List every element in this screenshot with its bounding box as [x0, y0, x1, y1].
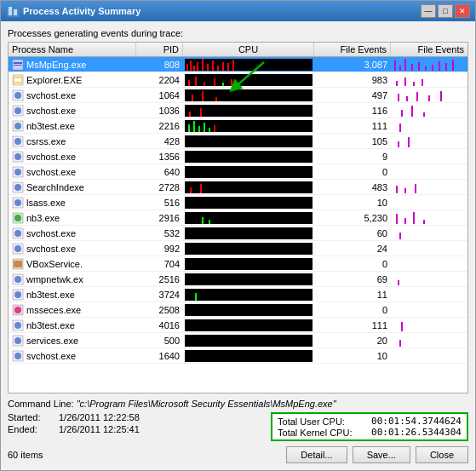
- file-events-cell: 983: [314, 72, 391, 88]
- detail-button[interactable]: Detail...: [286, 446, 347, 463]
- file-events-graph-cell: [391, 302, 467, 318]
- ended-value: 1/26/2011 12:25:41: [59, 424, 161, 434]
- save-button[interactable]: Save...: [353, 446, 410, 463]
- pid-cell: 3724: [136, 287, 183, 302]
- file-events-cell: 111: [314, 118, 391, 134]
- col-cpu[interactable]: CPU: [183, 43, 314, 56]
- table-row[interactable]: nb3.exe 2916 5,230: [9, 210, 467, 226]
- svg-point-38: [14, 291, 21, 298]
- file-events-graph-cell: [391, 210, 467, 226]
- file-events-cell: 5,230: [314, 210, 391, 226]
- file-events-graph-cell: [391, 57, 467, 72]
- process-name-cell: MsMpEng.exe: [9, 57, 136, 72]
- file-events-cell: 116: [314, 103, 391, 118]
- user-cpu-row: Total User CPU: 00:01:54.3744624: [278, 416, 462, 427]
- minimize-button[interactable]: —: [421, 4, 436, 18]
- file-events-graph-cell: [391, 226, 467, 241]
- table-row[interactable]: lsass.exe 516 10: [9, 195, 467, 210]
- process-name-cell: svchost.exe: [9, 226, 136, 241]
- file-events-cell: 11: [314, 287, 391, 302]
- table-row[interactable]: svchost.exe 1640 10: [9, 348, 467, 364]
- pid-cell: 640: [136, 164, 183, 180]
- process-table[interactable]: Process Name PID CPU File Events File Ev…: [8, 42, 468, 393]
- svg-rect-7: [14, 65, 22, 66]
- file-events-cell: 483: [314, 180, 391, 195]
- bottom-section: Command Line: "c:\Program Files\Microsof…: [8, 399, 468, 463]
- user-cpu-label: Total User CPU:: [278, 416, 371, 427]
- file-events-cell: 10: [314, 348, 391, 364]
- table-row[interactable]: svchost.exe 1036 116: [9, 103, 467, 118]
- svg-point-44: [14, 337, 21, 344]
- process-name-cell: Explorer.EXE: [9, 72, 136, 88]
- table-row[interactable]: svchost.exe 532 60: [9, 226, 467, 241]
- file-events-graph-cell: [391, 348, 467, 364]
- file-events-graph-cell: [391, 72, 467, 88]
- table-body[interactable]: MsMpEng.exe 808: [9, 57, 467, 393]
- svg-rect-1: [9, 7, 12, 15]
- main-window: Process Activity Summary — □ ✕ Processes…: [0, 0, 476, 471]
- cpu-graph-cell: [183, 180, 314, 195]
- pid-cell: 1640: [136, 348, 183, 364]
- table-row[interactable]: svchost.exe 1064 497: [9, 88, 467, 103]
- svg-point-26: [14, 199, 21, 206]
- table-row[interactable]: nb3test.exe 3724 11: [9, 287, 467, 302]
- svg-point-22: [14, 169, 21, 175]
- close-window-button[interactable]: ✕: [455, 4, 470, 18]
- svg-rect-6: [14, 62, 22, 64]
- pid-cell: 2916: [136, 210, 183, 226]
- svg-rect-10: [14, 78, 21, 82]
- maximize-button[interactable]: □: [438, 4, 453, 18]
- cpu-graph-cell: [183, 287, 314, 302]
- process-name-cell: nb3test.exe: [9, 318, 136, 333]
- content-area: Processes generating events during trace…: [1, 21, 475, 470]
- cpu-graph-cell: [183, 348, 314, 364]
- pid-cell: 2204: [136, 72, 183, 88]
- svg-point-20: [14, 153, 21, 160]
- file-events-cell: 111: [314, 318, 391, 333]
- file-events-graph-cell: [391, 333, 467, 348]
- col-file-events1[interactable]: File Events: [314, 43, 391, 56]
- col-pid[interactable]: PID: [136, 43, 183, 56]
- table-row[interactable]: svchost.exe 640 0: [9, 164, 467, 180]
- svg-point-18: [14, 138, 21, 145]
- process-name-cell: csrss.exe: [9, 134, 136, 149]
- kernel-cpu-value: 00:01:26.5344304: [371, 427, 462, 438]
- cpu-graph-cell: [183, 226, 314, 241]
- col-process-name[interactable]: Process Name: [9, 43, 136, 56]
- process-name-cell: svchost.exe: [9, 103, 136, 118]
- svg-point-16: [14, 123, 21, 129]
- table-row[interactable]: services.exe 500 20: [9, 333, 467, 348]
- command-line-row: Command Line: "c:\Program Files\Microsof…: [8, 399, 468, 409]
- table-row[interactable]: SearchIndexe 2728 483: [9, 180, 467, 195]
- table-row[interactable]: VBoxService. 704 0: [9, 256, 467, 272]
- table-row[interactable]: wmpnetwk.ex 2516 69: [9, 272, 467, 287]
- cmd-line-value: "c:\Program Files\Microsoft Security Ess…: [77, 399, 336, 409]
- col-file-events2[interactable]: File Events: [391, 43, 467, 56]
- table-row[interactable]: nb3test.exe 2216 111: [9, 118, 467, 134]
- window-title: Process Activity Summary: [23, 6, 421, 16]
- title-bar: Process Activity Summary — □ ✕: [1, 1, 475, 21]
- file-events-graph-cell: [391, 149, 467, 164]
- cpu-graph-cell: [183, 57, 314, 72]
- kernel-cpu-row: Total Kernel CPU: 00:01:26.5344304: [278, 427, 462, 438]
- pid-cell: 992: [136, 241, 183, 256]
- table-row[interactable]: csrss.exe 428 105: [9, 134, 467, 149]
- process-name-cell: svchost.exe: [9, 164, 136, 180]
- file-events-cell: 497: [314, 88, 391, 103]
- table-row[interactable]: svchost.exe 1356 9: [9, 149, 467, 164]
- table-row[interactable]: nb3test.exe 4016 111: [9, 318, 467, 333]
- table-row[interactable]: MsMpEng.exe 808: [9, 57, 467, 72]
- process-name-cell: svchost.exe: [9, 88, 136, 103]
- process-name-cell: wmpnetwk.ex: [9, 272, 136, 287]
- svg-point-24: [14, 184, 21, 191]
- table-row[interactable]: svchost.exe 992 24: [9, 241, 467, 256]
- svg-point-30: [14, 230, 21, 237]
- kernel-cpu-label: Total Kernel CPU:: [278, 428, 371, 438]
- svg-point-36: [14, 276, 21, 283]
- table-row[interactable]: Explorer.EXE 2204 983: [9, 72, 467, 88]
- process-name-cell: svchost.exe: [9, 348, 136, 364]
- table-row[interactable]: msseces.exe 2508 0: [9, 302, 467, 318]
- pid-cell: 2516: [136, 272, 183, 287]
- pid-cell: 1064: [136, 88, 183, 103]
- close-button[interactable]: Close: [416, 446, 468, 463]
